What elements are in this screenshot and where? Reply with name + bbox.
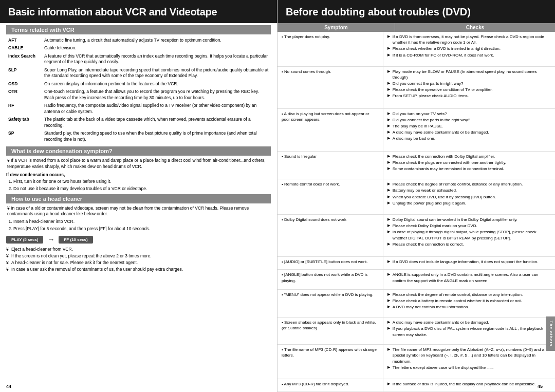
checks-cell: Please check the degree of remote contro…	[383, 289, 555, 317]
check-item: Dolby Digital sound can be worked in the…	[387, 217, 551, 222]
checks-cell: Please check the connection with Dolby D…	[383, 151, 555, 179]
table-row: Dolby Digital sound does not workDolby D…	[278, 215, 555, 257]
check-item: The play may be in PAUSE.	[387, 123, 551, 129]
term-label: CABLE	[6, 44, 42, 52]
check-item: Unplug the power plug and plug it again.	[387, 200, 551, 206]
check-item: In case of playing it through digital ou…	[387, 229, 551, 240]
page-number-right: 45	[538, 384, 543, 389]
symptom-cell: [ANGLE] button does not work while a DVD…	[278, 270, 383, 290]
symptom-cell: "MENU" does not appear while a DVD is pl…	[278, 289, 383, 317]
check-item: Please check the degree of remote contro…	[387, 292, 551, 297]
term-label: SP	[6, 129, 42, 143]
head-cleaner-steps-list: Insert a head-cleaner into VCR.Press [PL…	[6, 219, 271, 232]
checks-cell: ANGLE is supported only in a DVD contain…	[383, 270, 555, 290]
symptom-text: The file name of MP3 (CD-R) appears with…	[282, 347, 379, 358]
check-item: A disc may have some contaminants or be …	[387, 129, 551, 135]
terms-row: RFRadio frequency, the composite audio/v…	[6, 102, 271, 116]
left-page-header: Basic information about VCR and Videotap…	[0, 0, 277, 23]
check-item: Did you connect the parts in right way?	[387, 81, 551, 86]
table-row: Any MP3 (CD-R) file isn't displayed.If t…	[278, 379, 555, 391]
checks-cell: Did you turn on your TV sets?Did you con…	[383, 108, 555, 151]
term-label: OSD	[6, 80, 42, 88]
head-cleaner-header: How to use a head cleaner	[6, 194, 271, 203]
symptom-text: The player does not play.	[282, 34, 379, 40]
term-definition: Standard play, the recording speed to us…	[42, 129, 271, 143]
symptom-cell: Dolby Digital sound does not work	[278, 215, 383, 257]
terms-row: SPStandard play, the recording speed to …	[6, 129, 271, 143]
play-ff-row: PLAY (5 secs) → FF (10 secs)	[6, 235, 271, 244]
others-tab: The others	[546, 316, 555, 351]
term-definition: Automatic fine tuning, a circuit that au…	[42, 36, 271, 44]
terms-row: AFTAutomatic fine tuning, a circuit that…	[6, 36, 271, 44]
terms-row: CABLECable television.	[6, 44, 271, 52]
term-definition: Cable television.	[42, 44, 271, 52]
ff-button-label: FF (10 secs)	[59, 236, 92, 244]
head-cleaner-step: Insert a head-cleaner into VCR.	[13, 219, 271, 225]
left-page: Basic information about VCR and Videotap…	[0, 0, 278, 392]
after-step: Eject a head-cleaner from VCR.	[6, 247, 271, 253]
check-item: If you playback a DVD disc of PAL system…	[387, 326, 551, 337]
check-item: Please check the plugs are connected wit…	[387, 160, 551, 165]
table-row: No sound comes through.Play mode may be …	[278, 66, 555, 108]
symptom-text: [ANGLE] button does not work while a DVD…	[282, 272, 379, 283]
check-item: If a DVD does not include language infor…	[387, 259, 551, 265]
dew-step: Do not use it because it may develop tro…	[13, 186, 271, 192]
terms-section-header: Terms related with VCR	[6, 25, 271, 34]
dew-intro: If a VCR is moved from a cool place to a…	[6, 158, 271, 170]
check-item: The file name of MP3 recognize only the …	[387, 347, 551, 364]
right-header-title: Before doubting about troubles (DVD)	[286, 6, 471, 17]
head-cleaner-section: In case of a old or contaminated videota…	[6, 206, 271, 273]
check-item: Please check Dolby Digital mark on your …	[387, 223, 551, 229]
term-definition: The plastic tab at the back of a video t…	[42, 116, 271, 129]
dew-step: First, turn it on for one or two hours b…	[13, 179, 271, 185]
table-row: The player does not play.If a DVD is fro…	[278, 32, 555, 66]
table-row: A disc is playing but screen does not ap…	[278, 108, 555, 151]
after-step: A head-cleaner is not for sale. Please a…	[6, 260, 271, 266]
symptom-cell: [AUDIO] or [SUBTITLE] button does not wo…	[278, 257, 383, 270]
term-definition: Super Long Play, an intermediate tape re…	[42, 66, 271, 80]
check-item: The letters except above case will be di…	[387, 365, 551, 370]
symptom-text: A disc is playing but screen does not ap…	[282, 111, 379, 122]
check-item: From SETUP, please check AUDIO items.	[387, 93, 551, 99]
terms-row: OSDOn-screen display of information pert…	[6, 80, 271, 88]
check-item: Please check whether a DVD is inserted i…	[387, 46, 551, 51]
checks-cell: Please check the degree of remote contro…	[383, 179, 555, 215]
checks-cell: If a DVD is from overseas, it may not be…	[383, 32, 555, 66]
left-page-content: Terms related with VCR AFTAutomatic fine…	[0, 23, 277, 392]
check-item: Did you turn on your TV sets?	[387, 111, 551, 117]
check-item: Please check the degree of remote contro…	[387, 181, 551, 187]
symptom-text: Dolby Digital sound does not work	[282, 217, 379, 222]
table-row: Screen shakes or appears only in black a…	[278, 318, 555, 345]
check-item: When you operate DVD, use it by pressing…	[387, 194, 551, 200]
dew-condensation-label: If dew condensation occurs,	[6, 172, 271, 177]
check-item: A disc may have some contaminants or be …	[387, 320, 551, 325]
term-label: OTR	[6, 88, 42, 102]
symptom-cell: A disc is playing but screen does not ap…	[278, 108, 383, 151]
table-row: Sound is IrregularPlease check the conne…	[278, 151, 555, 179]
right-page: Before doubting about troubles (DVD) Sym…	[278, 0, 555, 392]
symptom-column-header: Symptom	[278, 23, 395, 32]
check-item: ANGLE is supported only in a DVD contain…	[387, 272, 551, 283]
table-row: Remote control does not work.Please chec…	[278, 179, 555, 215]
symptom-cell: The player does not play.	[278, 32, 383, 66]
table-row: [ANGLE] button does not work while a DVD…	[278, 270, 555, 290]
symptom-cell: Sound is Irregular	[278, 151, 383, 179]
terms-row: Safety tabThe plastic tab at the back of…	[6, 116, 271, 129]
check-item: A DVD may not contain menu information.	[387, 304, 551, 310]
left-header-title: Basic information about VCR and Videotap…	[8, 6, 217, 17]
terms-row: SLPSuper Long Play, an intermediate tape…	[6, 66, 271, 80]
symptom-text: No sound comes through.	[282, 69, 379, 74]
check-item: If the surface of disk is injured, the f…	[387, 381, 551, 387]
trouble-table: The player does not play.If a DVD is fro…	[278, 32, 555, 392]
term-label: RF	[6, 102, 42, 116]
check-item: Please check the connection is correct.	[387, 241, 551, 247]
table-row: "MENU" does not appear while a DVD is pl…	[278, 289, 555, 317]
symptom-cell: Remote control does not work.	[278, 179, 383, 215]
checks-cell: A disc may have some contaminants or be …	[383, 318, 555, 345]
dew-steps-list: First, turn it on for one or two hours b…	[6, 179, 271, 192]
check-item: Some contaminants may be remained in con…	[387, 166, 551, 172]
arrow-icon: →	[47, 235, 54, 244]
head-cleaner-intro: In case of a old or contaminated videota…	[6, 206, 271, 218]
check-item: A disc may be bad one.	[387, 136, 551, 141]
table-column-headers: Symptom Checks	[278, 23, 555, 32]
